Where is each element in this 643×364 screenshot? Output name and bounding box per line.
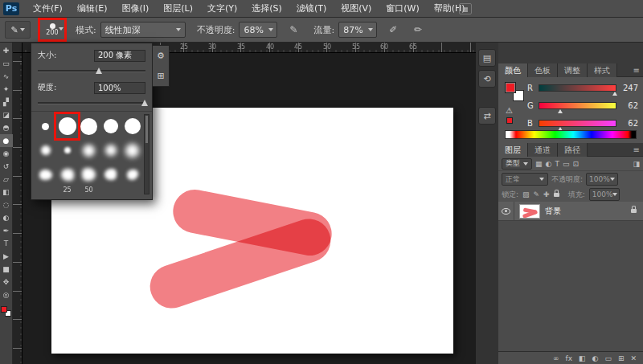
menu-window[interactable]: 窗口(W) <box>379 0 426 18</box>
brush-preset-selected[interactable] <box>56 114 78 138</box>
tab-channels[interactable]: 通道 <box>528 143 558 157</box>
tab-adjustments[interactable]: 调整 <box>558 63 588 77</box>
g-value[interactable]: 62 <box>620 101 638 110</box>
tool-history-brush[interactable]: ↺ <box>0 160 13 173</box>
tool-clone-stamp[interactable]: ◉ <box>0 147 13 160</box>
tool-crop[interactable]: ▞ <box>0 96 13 108</box>
hardness-slider[interactable] <box>38 98 145 108</box>
layer-filter-dropdown[interactable]: 类型 <box>502 158 532 170</box>
new-preset-icon[interactable]: ⊞ <box>157 71 164 81</box>
menu-view[interactable]: 视图(V) <box>334 0 379 18</box>
brush-preset[interactable] <box>121 114 143 138</box>
flow-combo[interactable]: 87% <box>338 22 377 38</box>
tool-pen[interactable]: ✒ <box>0 224 13 237</box>
layer-name[interactable]: 背景 <box>545 206 561 217</box>
panel-menu-icon[interactable]: ≡ <box>633 143 640 157</box>
pressure-opacity-icon[interactable]: ✎ <box>285 22 302 38</box>
menu-edit[interactable]: 编辑(E) <box>70 0 115 18</box>
layer-thumbnail[interactable] <box>519 204 540 219</box>
tab-layers[interactable]: 图层 <box>498 143 528 157</box>
brush-preset-picker-button[interactable]: 200 <box>40 20 64 39</box>
fill-combo[interactable]: 100% <box>589 188 620 201</box>
tool-shape[interactable]: ■ <box>0 263 13 276</box>
filter-adjustment-icon[interactable]: ◐ <box>546 160 552 168</box>
tab-paths[interactable]: 路径 <box>558 143 588 157</box>
blend-mode-dropdown[interactable]: 线性加深 <box>100 22 186 38</box>
lock-all-icon[interactable] <box>554 193 559 197</box>
collapsed-panel-button-2[interactable]: ⟲ <box>478 70 496 88</box>
tab-styles[interactable]: 样式 <box>588 63 617 77</box>
g-slider[interactable] <box>539 102 616 109</box>
layer-row-background[interactable]: 背景 <box>498 202 643 221</box>
lock-transparency-icon[interactable]: ▨ <box>522 190 530 198</box>
new-adjustment-icon[interactable]: ◐ <box>592 354 599 362</box>
tool-brush[interactable]: ● <box>0 134 13 147</box>
foreground-color-swatch[interactable] <box>1 306 7 313</box>
tool-zoom[interactable]: ◎ <box>0 288 13 301</box>
menu-type[interactable]: 文字(Y) <box>200 0 244 18</box>
brush-preset[interactable] <box>121 138 143 162</box>
brush-preset[interactable] <box>35 162 56 186</box>
panel-menu-icon[interactable]: ≡ <box>633 63 640 77</box>
new-layer-icon[interactable]: ⊞ <box>618 354 625 362</box>
brush-preset[interactable] <box>100 138 121 162</box>
filter-toggle-icon[interactable]: ◨ <box>633 160 640 168</box>
delete-layer-icon[interactable]: ✕ <box>630 354 637 362</box>
tool-gradient[interactable]: ◧ <box>0 186 13 198</box>
brush-preset[interactable] <box>78 114 100 138</box>
size-value-field[interactable]: 200 像素 <box>94 50 145 62</box>
b-value[interactable]: 62 <box>620 119 638 128</box>
collapsed-panel-button-3[interactable]: ⇄ <box>478 107 496 125</box>
tool-marquee[interactable]: ▭ <box>0 57 13 70</box>
link-layers-icon[interactable]: ∞ <box>553 354 559 362</box>
tool-preset-picker[interactable]: ✎ <box>5 21 31 39</box>
size-slider-track[interactable] <box>38 70 145 72</box>
workspace-icon[interactable]: ▦ <box>459 3 472 14</box>
lock-position-icon[interactable]: ✚ <box>543 190 550 198</box>
tab-color[interactable]: 颜色 <box>498 63 528 77</box>
tool-path-select[interactable]: ▶ <box>0 250 13 263</box>
pressure-size-icon[interactable]: ✏ <box>409 22 427 38</box>
size-slider[interactable] <box>38 66 145 76</box>
brush-preset[interactable] <box>56 162 78 186</box>
b-slider[interactable] <box>539 120 616 127</box>
brush-preset[interactable] <box>35 114 56 138</box>
filter-type-icon[interactable]: T <box>555 160 559 168</box>
menu-filter[interactable]: 滤镜(T) <box>289 0 334 18</box>
filter-smart-object-icon[interactable]: ⊡ <box>572 160 579 168</box>
tool-move[interactable]: ✚ <box>0 44 13 57</box>
tool-dodge[interactable]: ◐ <box>0 211 13 224</box>
color-swatches[interactable] <box>1 306 11 317</box>
color-spectrum-ramp[interactable] <box>505 130 637 139</box>
panel-color-swatches[interactable] <box>505 82 524 101</box>
tool-healing-brush[interactable]: ◓ <box>0 121 13 134</box>
add-mask-icon[interactable]: ◧ <box>579 354 586 362</box>
preset-scrollbar[interactable] <box>144 114 149 194</box>
brush-preset[interactable] <box>35 138 56 162</box>
visibility-cell[interactable] <box>498 202 514 220</box>
tool-type[interactable]: T <box>0 237 13 250</box>
gamut-warning-icon[interactable]: ⚠ <box>506 106 513 115</box>
tool-hand[interactable]: ✥ <box>0 276 13 288</box>
brush-preset[interactable] <box>78 162 100 186</box>
filter-shape-icon[interactable]: ▭ <box>563 160 570 168</box>
opacity-combo[interactable]: 68% <box>239 22 277 38</box>
hardness-slider-track[interactable] <box>38 102 145 104</box>
brush-preset[interactable] <box>121 162 143 186</box>
filter-pixel-icon[interactable]: ▦ <box>535 160 543 168</box>
tool-eraser[interactable]: ▱ <box>0 173 13 186</box>
r-slider-thumb[interactable] <box>612 92 617 96</box>
hardness-value-field[interactable]: 100% <box>94 82 145 94</box>
brush-preset[interactable] <box>100 114 121 138</box>
hardness-slider-thumb[interactable] <box>141 100 148 106</box>
menu-image[interactable]: 图像(I) <box>114 0 156 18</box>
layer-style-icon[interactable]: fx <box>566 354 573 362</box>
menu-file[interactable]: 文件(F) <box>26 0 70 18</box>
layer-blend-mode-dropdown[interactable]: 正常 <box>502 173 548 186</box>
r-slider[interactable] <box>539 84 616 92</box>
layer-opacity-combo[interactable]: 100% <box>586 173 618 186</box>
g-slider-thumb[interactable] <box>558 109 563 113</box>
brush-preset[interactable] <box>78 138 100 162</box>
tool-eyedropper[interactable]: ◪ <box>0 108 13 121</box>
size-slider-thumb[interactable] <box>96 67 102 74</box>
